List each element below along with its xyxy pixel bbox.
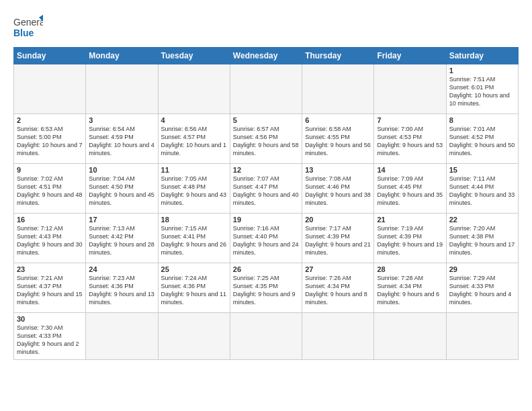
day-cell (158, 64, 230, 114)
day-cell: 23Sunrise: 7:21 AM Sunset: 4:37 PM Dayli… (14, 263, 86, 313)
week-row-3: 9Sunrise: 7:02 AM Sunset: 4:51 PM Daylig… (14, 164, 519, 214)
day-info: Sunrise: 7:12 AM Sunset: 4:43 PM Dayligh… (17, 224, 83, 257)
day-cell: 27Sunrise: 7:26 AM Sunset: 4:34 PM Dayli… (302, 263, 374, 313)
day-cell: 17Sunrise: 7:13 AM Sunset: 4:42 PM Dayli… (86, 214, 158, 263)
day-number: 8 (449, 116, 515, 124)
day-number: 21 (377, 216, 443, 224)
day-number: 19 (233, 216, 299, 224)
day-info: Sunrise: 7:05 AM Sunset: 4:48 PM Dayligh… (161, 175, 227, 208)
day-number: 22 (449, 216, 515, 224)
day-info: Sunrise: 6:56 AM Sunset: 4:57 PM Dayligh… (161, 125, 227, 158)
day-cell (230, 313, 302, 360)
day-number: 25 (161, 265, 227, 273)
day-number: 23 (17, 265, 83, 273)
day-cell: 25Sunrise: 7:24 AM Sunset: 4:36 PM Dayli… (158, 263, 230, 313)
day-info: Sunrise: 7:17 AM Sunset: 4:39 PM Dayligh… (305, 224, 371, 257)
day-cell (446, 313, 518, 360)
day-info: Sunrise: 7:19 AM Sunset: 4:39 PM Dayligh… (377, 224, 443, 257)
day-number: 16 (17, 216, 83, 224)
day-cell (86, 64, 158, 114)
day-info: Sunrise: 7:51 AM Sunset: 6:01 PM Dayligh… (449, 75, 515, 108)
day-info: Sunrise: 7:00 AM Sunset: 4:53 PM Dayligh… (377, 125, 443, 158)
day-number: 15 (449, 166, 515, 174)
day-info: Sunrise: 6:58 AM Sunset: 4:55 PM Dayligh… (305, 125, 371, 158)
weekday-friday: Friday (374, 48, 446, 64)
day-number: 24 (89, 265, 154, 273)
day-info: Sunrise: 7:01 AM Sunset: 4:52 PM Dayligh… (449, 125, 515, 158)
day-info: Sunrise: 7:15 AM Sunset: 4:41 PM Dayligh… (161, 224, 227, 257)
week-row-1: 1Sunrise: 7:51 AM Sunset: 6:01 PM Daylig… (14, 64, 519, 114)
day-number: 26 (233, 265, 299, 273)
day-cell: 9Sunrise: 7:02 AM Sunset: 4:51 PM Daylig… (14, 164, 86, 214)
weekday-wednesday: Wednesday (230, 48, 302, 64)
day-cell: 15Sunrise: 7:11 AM Sunset: 4:44 PM Dayli… (446, 164, 518, 214)
header: General Blue (13, 11, 519, 43)
day-number: 13 (305, 166, 371, 174)
day-info: Sunrise: 6:53 AM Sunset: 5:00 PM Dayligh… (17, 125, 83, 158)
day-cell: 21Sunrise: 7:19 AM Sunset: 4:39 PM Dayli… (374, 214, 446, 263)
day-cell (302, 64, 374, 114)
day-number: 10 (89, 166, 154, 174)
weekday-tuesday: Tuesday (158, 48, 230, 64)
day-number: 30 (17, 315, 83, 323)
day-number: 9 (17, 166, 83, 174)
logo-svg: General Blue (13, 13, 43, 43)
day-cell (14, 64, 86, 114)
day-info: Sunrise: 7:29 AM Sunset: 4:33 PM Dayligh… (449, 274, 515, 307)
day-number: 14 (377, 166, 443, 174)
day-info: Sunrise: 7:16 AM Sunset: 4:40 PM Dayligh… (233, 224, 299, 257)
day-cell: 2Sunrise: 6:53 AM Sunset: 5:00 PM Daylig… (14, 114, 86, 164)
day-cell: 12Sunrise: 7:07 AM Sunset: 4:47 PM Dayli… (230, 164, 302, 214)
day-cell: 8Sunrise: 7:01 AM Sunset: 4:52 PM Daylig… (446, 114, 518, 164)
day-number: 20 (305, 216, 371, 224)
weekday-saturday: Saturday (446, 48, 518, 64)
day-info: Sunrise: 7:09 AM Sunset: 4:45 PM Dayligh… (377, 175, 443, 208)
svg-text:Blue: Blue (13, 28, 34, 38)
day-cell: 18Sunrise: 7:15 AM Sunset: 4:41 PM Dayli… (158, 214, 230, 263)
day-info: Sunrise: 7:23 AM Sunset: 4:36 PM Dayligh… (89, 274, 154, 307)
day-cell: 14Sunrise: 7:09 AM Sunset: 4:45 PM Dayli… (374, 164, 446, 214)
weekday-header-row: SundayMondayTuesdayWednesdayThursdayFrid… (14, 48, 519, 64)
day-cell: 10Sunrise: 7:04 AM Sunset: 4:50 PM Dayli… (86, 164, 158, 214)
day-cell: 19Sunrise: 7:16 AM Sunset: 4:40 PM Dayli… (230, 214, 302, 263)
day-info: Sunrise: 7:20 AM Sunset: 4:38 PM Dayligh… (449, 224, 515, 257)
day-number: 1 (449, 66, 515, 75)
day-cell: 22Sunrise: 7:20 AM Sunset: 4:38 PM Dayli… (446, 214, 518, 263)
day-number: 12 (233, 166, 299, 174)
day-cell: 5Sunrise: 6:57 AM Sunset: 4:56 PM Daylig… (230, 114, 302, 164)
day-number: 3 (89, 116, 154, 124)
day-number: 2 (17, 116, 83, 124)
day-cell (302, 313, 374, 360)
day-cell: 28Sunrise: 7:28 AM Sunset: 4:34 PM Dayli… (374, 263, 446, 313)
week-row-5: 23Sunrise: 7:21 AM Sunset: 4:37 PM Dayli… (14, 263, 519, 313)
day-cell: 3Sunrise: 6:54 AM Sunset: 4:59 PM Daylig… (86, 114, 158, 164)
day-cell (230, 64, 302, 114)
logo-wordmark: General Blue (13, 13, 43, 43)
day-info: Sunrise: 7:26 AM Sunset: 4:34 PM Dayligh… (305, 274, 371, 307)
day-number: 11 (161, 166, 227, 174)
day-info: Sunrise: 7:08 AM Sunset: 4:46 PM Dayligh… (305, 175, 371, 208)
day-cell: 6Sunrise: 6:58 AM Sunset: 4:55 PM Daylig… (302, 114, 374, 164)
day-number: 5 (233, 116, 299, 124)
day-number: 29 (449, 265, 515, 273)
day-info: Sunrise: 7:28 AM Sunset: 4:34 PM Dayligh… (377, 274, 443, 307)
logo: General Blue (13, 13, 43, 43)
day-info: Sunrise: 7:25 AM Sunset: 4:35 PM Dayligh… (233, 274, 299, 307)
day-info: Sunrise: 7:21 AM Sunset: 4:37 PM Dayligh… (17, 274, 83, 307)
day-number: 6 (305, 116, 371, 124)
day-info: Sunrise: 7:13 AM Sunset: 4:42 PM Dayligh… (89, 224, 154, 257)
day-number: 28 (377, 265, 443, 273)
week-row-2: 2Sunrise: 6:53 AM Sunset: 5:00 PM Daylig… (14, 114, 519, 164)
week-row-6: 30Sunrise: 7:30 AM Sunset: 4:33 PM Dayli… (14, 313, 519, 360)
day-cell (158, 313, 230, 360)
calendar-table: SundayMondayTuesdayWednesdayThursdayFrid… (13, 47, 519, 360)
day-info: Sunrise: 7:02 AM Sunset: 4:51 PM Dayligh… (17, 175, 83, 208)
day-cell (374, 64, 446, 114)
day-cell: 30Sunrise: 7:30 AM Sunset: 4:33 PM Dayli… (14, 313, 86, 360)
day-info: Sunrise: 7:11 AM Sunset: 4:44 PM Dayligh… (449, 175, 515, 208)
page: General Blue SundayMondayTuesdayWednesda… (0, 0, 532, 367)
weekday-monday: Monday (86, 48, 158, 64)
day-cell: 26Sunrise: 7:25 AM Sunset: 4:35 PM Dayli… (230, 263, 302, 313)
day-info: Sunrise: 7:30 AM Sunset: 4:33 PM Dayligh… (17, 324, 83, 357)
day-number: 17 (89, 216, 154, 224)
